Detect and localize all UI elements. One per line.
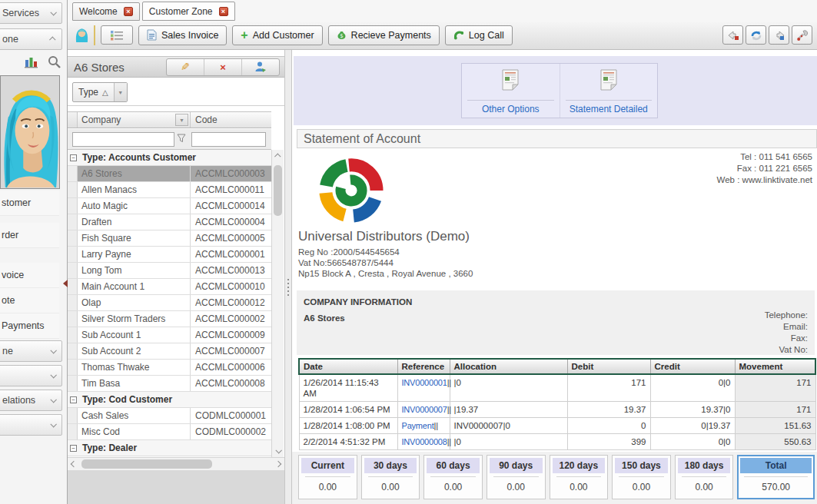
tab-customer-zone[interactable]: Customer Zone ×	[142, 2, 235, 21]
customer-contact-labels: Telephone: Email: Fax: Vat No:	[765, 310, 808, 356]
col-reference[interactable]: Reference	[397, 359, 450, 374]
aging-bucket-90[interactable]: 90 days 0.00	[487, 455, 546, 499]
col-movement[interactable]: Movement	[735, 359, 815, 374]
list-item[interactable]: Silver Storm TradersACCMLC000002	[68, 311, 271, 327]
list-view-button[interactable]	[101, 25, 133, 45]
refresh-icon	[750, 30, 762, 41]
add-contact-button[interactable]	[242, 59, 279, 75]
list-item[interactable]: Thomas ThwakeACCMLC000006	[68, 360, 271, 376]
list-item[interactable]: Auto MagicACCMLC000014	[68, 198, 271, 214]
vertical-scrollbar[interactable]	[271, 150, 284, 457]
group-by-chip-type[interactable]: Type △ ▼	[72, 82, 128, 102]
list-item[interactable]: Main Account 1ACCMLC000010	[68, 279, 271, 295]
aging-bucket-120[interactable]: 120 days 0.00	[550, 455, 609, 499]
col-debit[interactable]: Debit	[567, 359, 650, 374]
sidebar-item-payments[interactable]: Payments	[0, 313, 59, 339]
reference-link[interactable]: Payment	[402, 421, 434, 430]
log-call-button[interactable]: Log Call	[445, 25, 513, 45]
list-item[interactable]: Cash SalesCODMLC000001	[68, 408, 271, 424]
other-options-button[interactable]: Other Options	[462, 64, 560, 118]
splitter-handle[interactable]	[287, 277, 290, 298]
sidebar-accordion-2[interactable]	[0, 365, 62, 386]
close-icon[interactable]: ×	[219, 7, 228, 16]
scroll-left-icon[interactable]	[68, 458, 80, 470]
list-group-header[interactable]: − Type: Accounts Customer	[68, 150, 271, 166]
reference-link[interactable]: INV0000001	[402, 378, 447, 387]
col-credit[interactable]: Credit	[650, 359, 735, 374]
edit-button[interactable]: ✎	[167, 59, 204, 75]
search-icon[interactable]	[48, 55, 61, 71]
receive-payments-button[interactable]: $ Recieve Payments	[328, 25, 440, 45]
sidebar-section-services[interactable]: Services	[0, 2, 62, 24]
settings-button[interactable]	[792, 25, 812, 45]
sidebar-accordion-relations[interactable]: elations	[0, 390, 62, 411]
customer-name: A6 Stores	[304, 313, 345, 323]
scroll-up-icon[interactable]	[272, 150, 284, 162]
chevron-down-icon[interactable]: ▼	[114, 83, 127, 101]
list-item-selected[interactable]: A6 StoresACCMLC000003	[68, 166, 271, 182]
app-window: Services one	[0, 0, 817, 504]
sidebar-item-invoice[interactable]: voice	[0, 263, 59, 288]
list-item[interactable]: Long TomACCMLC000013	[68, 263, 271, 279]
list-item[interactable]: Allen ManacsACCMLC000011	[68, 182, 271, 198]
col-allocation[interactable]: Allocation	[450, 359, 567, 374]
reference-link[interactable]: INV0000008	[402, 437, 447, 446]
aging-bucket-180[interactable]: 180 days 0.00	[675, 455, 734, 499]
list-group-header[interactable]: − Type: Cod Customer	[68, 392, 271, 408]
collapse-icon[interactable]: −	[70, 445, 77, 452]
sales-invoice-button[interactable]: Sales Invoice	[138, 25, 227, 45]
scrollbar-thumb[interactable]	[81, 459, 212, 469]
aging-bucket-60[interactable]: 60 days 0.00	[423, 455, 483, 499]
aging-bucket-30[interactable]: 30 days 0.00	[361, 455, 420, 499]
list-item[interactable]: Sub Account 1ACCMLC000009	[68, 327, 271, 343]
chevron-down-icon[interactable]: ▼	[175, 114, 188, 126]
sidebar-accordion-4[interactable]	[0, 414, 62, 436]
scrollbar-thumb[interactable]	[274, 165, 282, 216]
close-icon[interactable]: ×	[124, 7, 133, 16]
filter-funnel-icon[interactable]	[177, 134, 186, 145]
sidebar-section-zone[interactable]: one	[0, 28, 62, 50]
sidebar-item-customer[interactable]: stomer	[0, 191, 59, 216]
column-header-code[interactable]: Code	[191, 112, 271, 128]
pencil-icon: ✎	[181, 61, 190, 73]
company-contact-block: Tel : 011 541 6565 Fax : 011 221 6565 We…	[717, 151, 812, 186]
collapse-icon[interactable]: −	[70, 154, 77, 161]
refresh-button[interactable]	[746, 25, 766, 45]
panel-footer	[68, 470, 284, 504]
column-header-company[interactable]: Company ▼	[78, 112, 191, 128]
scroll-right-icon[interactable]	[272, 458, 284, 470]
panel-splitter[interactable]	[284, 50, 292, 504]
list-item[interactable]: Larry PayneACCMLC000001	[68, 247, 271, 263]
nav-forward-button[interactable]	[769, 25, 789, 45]
statement-detailed-button[interactable]: Statement Detailed	[560, 64, 658, 118]
tab-welcome[interactable]: Welcome ×	[72, 2, 140, 21]
aging-bucket-total[interactable]: Total 570.00	[737, 455, 815, 499]
aging-bucket-150[interactable]: 150 days 0.00	[612, 455, 671, 499]
list-item[interactable]: Tim BasaACCMLC000008	[68, 376, 271, 392]
col-date[interactable]: Date	[299, 359, 397, 374]
list-item[interactable]: DraftenACCMLC000004	[68, 214, 271, 230]
scroll-down-icon[interactable]	[272, 445, 284, 457]
list-item[interactable]: Misc CodCODMLC000002	[68, 424, 271, 440]
sidebar-item-quote[interactable]: ote	[0, 288, 59, 313]
customer-list: − Type: Accounts Customer A6 StoresACCML…	[68, 150, 271, 457]
aging-bucket-current[interactable]: Current 0.00	[298, 455, 357, 499]
sidebar-accordion-1[interactable]: ne	[0, 340, 62, 362]
list-group-header[interactable]: − Type: Dealer	[68, 440, 271, 456]
list-item[interactable]: OlapACCMLC000012	[68, 295, 271, 311]
reference-link[interactable]: INV0000007	[402, 405, 447, 414]
add-customer-button[interactable]: + Add Customer	[232, 25, 322, 45]
list-item[interactable]: Fish SquareACCMLC000005	[68, 230, 271, 247]
filter-row	[68, 129, 271, 150]
nav-back-button[interactable]	[722, 25, 743, 45]
list-item[interactable]: Sub Account 2ACCMLC000007	[68, 343, 271, 360]
horizontal-scrollbar[interactable]	[68, 457, 284, 470]
delete-button[interactable]: ×	[204, 59, 242, 75]
company-filter-input[interactable]	[72, 132, 174, 147]
sidebar-item-order[interactable]: rder	[0, 223, 59, 248]
user-avatar-icon[interactable]	[75, 26, 88, 45]
code-filter-input[interactable]	[191, 132, 266, 147]
bar-chart-icon[interactable]	[25, 56, 38, 71]
collapse-icon[interactable]: −	[70, 396, 77, 403]
table-row: 1/28/2014 1:06:54 PM INV0000007|| |19.37…	[299, 402, 815, 418]
